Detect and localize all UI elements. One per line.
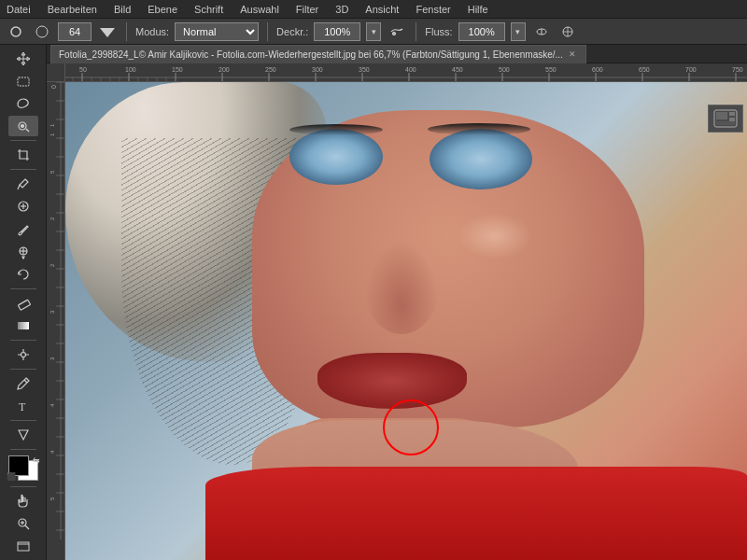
svg-point-3 [393,32,396,35]
airbrush-icon[interactable] [387,21,407,42]
clone-tool-btn[interactable] [8,242,38,262]
svg-point-0 [11,27,21,36]
svg-point-1 [36,26,48,37]
svg-text:0: 0 [50,85,57,89]
tablet-pressure-size-icon[interactable] [557,21,578,42]
lasso-tool-btn[interactable] [8,93,38,114]
svg-rect-18 [18,300,30,310]
svg-text:650: 650 [639,66,650,73]
canvas-container[interactable]: 50 100 150 200 250 300 350 400 450 500 5… [47,63,747,560]
deckk-dropdown[interactable]: ▾ [366,22,381,41]
svg-point-9 [21,125,23,128]
svg-rect-110 [729,118,735,121]
svg-text:700: 700 [685,66,697,73]
heal-tool-btn[interactable] [8,196,38,217]
tool-sep-5 [10,369,36,370]
svg-text:750: 750 [732,66,743,73]
move-tool-btn[interactable] [8,49,38,69]
fluss-dropdown[interactable]: ▾ [511,22,526,41]
foreground-background-colors[interactable]: ⇆ ⬛ [7,455,40,481]
tool-sep-6 [10,420,36,421]
brush-preset-icon[interactable] [6,21,26,42]
svg-text:T: T [19,400,26,413]
menu-fenster[interactable]: Fenster [413,4,453,15]
svg-text:3: 3 [49,357,55,360]
marquee-tool-btn[interactable] [8,71,38,91]
tool-sep-3 [10,288,36,289]
cheek-highlight [458,213,532,259]
svg-text:3: 3 [49,310,55,314]
svg-text:100: 100 [125,66,136,73]
ruler-corner [47,63,65,82]
mini-panel[interactable] [708,105,743,133]
svg-marker-2 [100,28,115,37]
options-bar: Modus: Normal Multiplizieren Abwedeln De… [0,19,747,45]
menu-ebene[interactable]: Ebene [145,4,180,15]
pen-tool-btn[interactable] [8,373,38,394]
fluss-input[interactable] [458,22,505,41]
brush-size-icon [32,21,52,42]
default-colors-icon[interactable]: ⬛ [7,472,16,481]
eraser-tool-btn[interactable] [8,293,38,314]
svg-text:400: 400 [405,66,416,73]
fluss-label: Fluss: [425,26,452,37]
modus-select[interactable]: Normal Multiplizieren Abwedeln [175,22,259,41]
svg-text:2: 2 [49,217,55,220]
svg-text:250: 250 [265,66,276,73]
menu-auswahl[interactable]: Auswahl [237,4,282,15]
brush-size-input[interactable] [58,22,92,41]
history-brush-btn[interactable] [8,264,38,285]
menu-ansicht[interactable]: Ansicht [362,4,402,15]
zoom-tool-btn[interactable] [8,513,38,534]
menu-bild[interactable]: Bild [111,4,134,15]
modus-label: Modus: [135,26,169,37]
menu-3d[interactable]: 3D [332,4,351,15]
menu-hilfe[interactable]: Hilfe [465,4,491,15]
screen-mode-btn[interactable] [8,536,38,556]
hand-tool-btn[interactable] [8,491,38,511]
document-tab-item[interactable]: Fotolia_2998824_L© Amir Kaljikovic - Fot… [50,45,586,63]
svg-rect-108 [716,112,727,119]
type-tool-btn[interactable]: T [8,396,38,416]
gradient-tool-btn[interactable] [8,315,38,336]
document-tab: Fotolia_2998824_L© Amir Kaljikovic - Fot… [47,45,747,63]
tablet-pressure-opacity-icon[interactable] [531,21,552,42]
main-area: T ⇆ ⬛ [0,45,747,560]
photo-canvas[interactable] [65,82,747,560]
svg-rect-7 [18,77,29,86]
svg-line-24 [25,525,29,529]
document-title: Fotolia_2998824_L© Amir Kaljikovic - Fot… [59,49,563,60]
face-elements-layer [65,82,747,560]
blur-tool-btn[interactable] [8,344,38,365]
path-select-btn[interactable] [8,425,38,445]
svg-text:50: 50 [79,66,87,73]
svg-text:5: 5 [49,170,55,174]
menu-filter[interactable]: Filter [293,4,321,15]
deckk-label: Deckr.: [276,26,308,37]
brush-tool-btn[interactable] [8,218,38,239]
document-close-btn[interactable]: ✕ [569,49,576,59]
red-scarf [205,467,747,560]
menu-schrift[interactable]: Schrift [191,4,226,15]
crop-tool-btn[interactable] [8,145,38,165]
ruler-top-svg: 50 100 150 200 250 300 350 400 450 500 5… [65,63,747,82]
quick-select-tool-btn[interactable] [8,116,38,136]
swap-colors-icon[interactable]: ⇆ [33,455,40,465]
tool-sep-2 [10,169,36,170]
separator-2 [267,22,268,41]
lips [317,353,467,409]
eye-left [289,129,383,185]
svg-text:150: 150 [172,66,183,73]
ruler-left-svg: 0 5 1 1 5 2 2 3 3 4 4 5 [47,63,65,539]
menu-bearbeiten[interactable]: Bearbeiten [45,4,100,15]
svg-text:550: 550 [545,66,557,73]
deckk-input[interactable] [314,22,360,41]
eyedropper-tool-btn[interactable] [8,174,38,194]
tool-sep-8 [10,486,36,487]
eyelash-right [428,123,530,135]
brush-size-dropdown-btn[interactable] [97,21,118,42]
menu-datei[interactable]: Datei [4,4,34,15]
svg-text:1: 1 [49,123,55,127]
ruler-left: 0 5 1 1 5 2 2 3 3 4 4 5 [47,63,65,560]
svg-text:350: 350 [359,66,370,73]
